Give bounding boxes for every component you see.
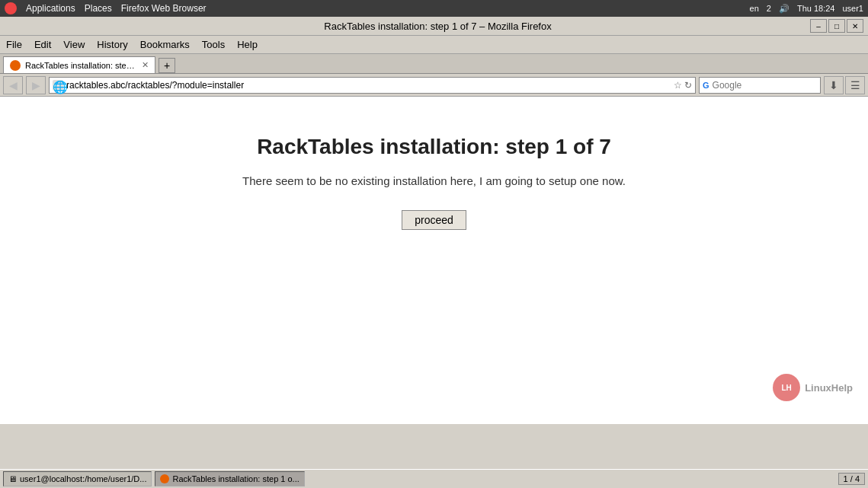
download-button[interactable]: ⬇ (824, 76, 844, 94)
nav-bar: ◀ ▶ 🌐 ☆ ↻ G ▶ ⬇ ☰ (0, 74, 868, 97)
search-engine-logo: G (703, 81, 709, 90)
window-controls[interactable]: – □ ✕ (810, 19, 863, 33)
title-bar: RackTables installation: step 1 of 7 – M… (0, 17, 868, 36)
menu-view[interactable]: View (57, 37, 91, 52)
menu-edit[interactable]: Edit (28, 37, 57, 52)
system-bar-right: en 2 🔊 Thu 18:24 user1 (750, 4, 863, 14)
browser-content: RackTables installation: step 1 of 7 The… (0, 97, 868, 424)
language-indicator: en (750, 4, 759, 13)
search-bar[interactable]: G ▶ (699, 77, 821, 94)
places-menu[interactable]: Places (85, 3, 112, 14)
user-display: user1 (842, 4, 863, 13)
address-input[interactable] (66, 80, 674, 91)
app-icon (5, 2, 17, 14)
menu-tools[interactable]: Tools (196, 37, 231, 52)
watermark-text: LinuxHelp (805, 382, 853, 394)
taskbar-terminal[interactable]: 🖥 user1@localhost:/home/user1/D... (3, 471, 152, 486)
language-num: 2 (767, 4, 771, 13)
taskbar-right: 1 / 4 (838, 473, 865, 485)
menu-bookmarks[interactable]: Bookmarks (134, 37, 196, 52)
system-bar-left: Applications Places Firefox Web Browser (5, 2, 207, 14)
new-tab-button[interactable]: + (159, 58, 175, 73)
address-favicon-icon: 🌐 (53, 80, 63, 91)
taskbar-browser-favicon (160, 474, 169, 483)
browser-label: RackTables installation: step 1 o... (172, 474, 299, 483)
taskbar: 🖥 user1@localhost:/home/user1/D... RackT… (0, 469, 868, 488)
terminal-icon: 🖥 (8, 474, 17, 483)
maximize-button[interactable]: □ (828, 19, 845, 33)
window-title: RackTables installation: step 1 of 7 – M… (66, 21, 810, 32)
terminal-label: user1@localhost:/home/user1/D... (20, 474, 146, 483)
menu-bar: File Edit View History Bookmarks Tools H… (0, 36, 868, 54)
back-button[interactable]: ◀ (3, 76, 23, 94)
address-bar[interactable]: 🌐 ☆ ↻ (49, 77, 696, 94)
forward-button[interactable]: ▶ (26, 76, 46, 94)
taskbar-items: 🖥 user1@localhost:/home/user1/D... RackT… (3, 471, 305, 486)
refresh-icon[interactable]: ↻ (684, 80, 692, 91)
applications-menu[interactable]: Applications (26, 3, 75, 14)
proceed-button[interactable]: proceed (402, 210, 466, 230)
system-bar: Applications Places Firefox Web Browser … (0, 0, 868, 17)
minimize-button[interactable]: – (810, 19, 827, 33)
browser-tab-0[interactable]: RackTables installation: step 1 ... ✕ (3, 56, 155, 73)
tab-favicon (10, 60, 21, 71)
close-button[interactable]: ✕ (847, 19, 863, 33)
tab-close-button[interactable]: ✕ (142, 60, 149, 70)
tab-label: RackTables installation: step 1 ... (25, 61, 137, 70)
volume-icon[interactable]: 🔊 (779, 4, 790, 14)
menu-help[interactable]: Help (231, 37, 264, 52)
tab-bar: RackTables installation: step 1 ... ✕ + (0, 54, 868, 74)
taskbar-browser[interactable]: RackTables installation: step 1 o... (155, 471, 304, 486)
address-icons: ☆ ↻ (674, 80, 692, 91)
extra-nav-buttons: ⬇ ☰ (824, 76, 865, 94)
watermark-icon: LH (773, 374, 800, 401)
browser-name: Firefox Web Browser (121, 3, 207, 14)
time-display: Thu 18:24 (797, 4, 835, 13)
menu-history[interactable]: History (91, 37, 133, 52)
search-input[interactable] (713, 80, 827, 91)
page-title: RackTables installation: step 1 of 7 (257, 135, 611, 159)
menu-file[interactable]: File (0, 37, 28, 52)
sidebar-toggle-button[interactable]: ☰ (845, 76, 865, 94)
watermark: LH LinuxHelp (773, 374, 853, 401)
bookmark-icon[interactable]: ☆ (674, 80, 682, 91)
page-counter: 1 / 4 (838, 473, 865, 485)
page-subtitle: There seem to be no existing installatio… (242, 174, 626, 187)
